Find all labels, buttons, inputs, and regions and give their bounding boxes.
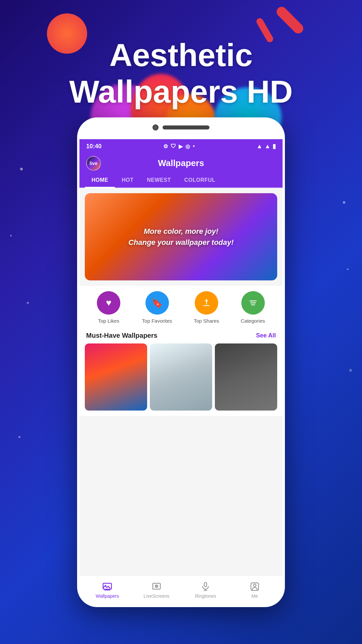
app-header: live Wallpapers bbox=[79, 153, 283, 173]
app-title-line1: Aesthetic bbox=[109, 37, 253, 73]
sparkle-dot bbox=[27, 302, 29, 304]
sparkle-dot bbox=[347, 268, 349, 270]
me-nav-icon bbox=[250, 582, 260, 592]
livescreens-nav-icon bbox=[152, 582, 162, 592]
sparkle-dot bbox=[20, 168, 23, 170]
section-header: Must-Have Wallpapers See All bbox=[79, 329, 283, 343]
banner-text: More color, more joy! Change your wallpa… bbox=[122, 219, 240, 255]
svg-point-1 bbox=[105, 585, 106, 586]
top-favorites-label: Top Favorites bbox=[142, 318, 172, 324]
action-top-favorites[interactable]: 🔖 Top Favorites bbox=[142, 291, 172, 324]
signal-icon: ▲ bbox=[264, 143, 270, 150]
wallpaper-grid bbox=[79, 343, 283, 416]
location-icon: ◎ bbox=[185, 143, 190, 150]
categories-label: Categories bbox=[241, 318, 265, 324]
me-nav-label: Me bbox=[251, 593, 258, 599]
battery-icon: ▮ bbox=[273, 143, 276, 150]
banner[interactable]: More color, more joy! Change your wallpa… bbox=[85, 193, 277, 280]
bottom-nav: Wallpapers LiveScreens bbox=[79, 575, 283, 605]
status-time: 10:40 bbox=[86, 143, 102, 150]
logo-text: live bbox=[89, 161, 97, 166]
tab-hot[interactable]: HOT bbox=[115, 173, 140, 187]
sparkle-dot bbox=[10, 235, 12, 236]
section-title: Must-Have Wallpapers bbox=[86, 332, 158, 339]
svg-rect-2 bbox=[105, 590, 111, 591]
top-shares-label: Top Shares bbox=[194, 318, 219, 324]
ringtones-nav-label: Ringtones bbox=[195, 593, 216, 599]
categories-icon bbox=[241, 291, 265, 315]
play-icon: ▶ bbox=[179, 143, 183, 150]
action-top-shares[interactable]: Top Shares bbox=[194, 291, 219, 324]
dot-icon: • bbox=[193, 143, 195, 149]
bottom-nav-livescreens[interactable]: LiveScreens bbox=[132, 582, 181, 599]
wifi-icon: ▲ bbox=[256, 143, 262, 150]
banner-line1: More color, more joy! bbox=[128, 226, 234, 237]
wallpapers-nav-icon bbox=[102, 582, 112, 592]
phone-top-bar bbox=[153, 124, 209, 130]
tab-colorful[interactable]: COLORFUL bbox=[178, 173, 222, 187]
banner-line2: Change your wallpaper today! bbox=[128, 237, 234, 248]
shield-icon: 🛡 bbox=[171, 143, 176, 149]
wallpaper-thumb-1[interactable] bbox=[85, 343, 147, 411]
app-title-line2: Wallpapers HD bbox=[69, 74, 293, 109]
share-icon-svg bbox=[202, 298, 211, 308]
wallpaper-thumb-3[interactable] bbox=[215, 343, 277, 411]
wallpapers-nav-label: Wallpapers bbox=[96, 593, 119, 599]
see-all-button[interactable]: See All bbox=[256, 332, 276, 339]
action-categories[interactable]: Categories bbox=[241, 291, 265, 324]
phone-content[interactable]: live Wallpapers HOME HOT NEWEST bbox=[79, 153, 283, 589]
ringtones-nav-icon bbox=[200, 582, 210, 592]
bottom-nav-wallpapers[interactable]: Wallpapers bbox=[83, 582, 132, 599]
tab-newest[interactable]: NEWEST bbox=[140, 173, 177, 187]
quick-actions: ♥ Top Likes 🔖 Top Favorites bbox=[79, 286, 283, 329]
app-title-container: Aesthetic Wallpapers HD bbox=[0, 37, 362, 110]
sparkle-dot bbox=[18, 436, 20, 438]
settings-icon: ⚙ bbox=[163, 143, 168, 150]
svg-rect-5 bbox=[204, 583, 207, 587]
sparkle-dot bbox=[349, 369, 352, 372]
app-logo: live bbox=[86, 156, 101, 171]
top-likes-label: Top Likes bbox=[98, 318, 119, 324]
bottom-nav-ringtones[interactable]: Ringtones bbox=[181, 582, 230, 599]
bottom-nav-me[interactable]: Me bbox=[230, 582, 280, 599]
phone-camera bbox=[153, 124, 159, 130]
menu-icon-svg bbox=[248, 298, 258, 308]
top-favorites-icon: 🔖 bbox=[145, 291, 169, 315]
action-top-likes[interactable]: ♥ Top Likes bbox=[97, 291, 120, 324]
tab-home[interactable]: HOME bbox=[85, 173, 115, 187]
top-likes-icon: ♥ bbox=[97, 291, 120, 315]
sparkle-dot bbox=[343, 201, 345, 204]
nav-tabs: HOME HOT NEWEST COLORFUL bbox=[79, 173, 283, 188]
status-icons: ⚙ 🛡 ▶ ◎ • bbox=[163, 143, 195, 150]
livescreens-nav-label: LiveScreens bbox=[143, 593, 169, 599]
header-title: Wallpapers bbox=[158, 158, 204, 168]
phone-mockup: 10:40 ⚙ 🛡 ▶ ◎ • ▲ ▲ ▮ bbox=[77, 117, 285, 607]
status-bar: 10:40 ⚙ 🛡 ▶ ◎ • ▲ ▲ ▮ bbox=[79, 139, 283, 153]
phone-outer: 10:40 ⚙ 🛡 ▶ ◎ • ▲ ▲ ▮ bbox=[77, 117, 285, 607]
phone-screen: 10:40 ⚙ 🛡 ▶ ◎ • ▲ ▲ ▮ bbox=[79, 139, 283, 605]
svg-point-11 bbox=[253, 584, 256, 587]
status-right-icons: ▲ ▲ ▮ bbox=[256, 143, 276, 150]
wallpaper-thumb-2[interactable] bbox=[150, 343, 212, 411]
phone-speaker bbox=[163, 125, 209, 129]
top-shares-icon bbox=[195, 291, 218, 315]
bg-decoration-blob2 bbox=[275, 5, 305, 36]
